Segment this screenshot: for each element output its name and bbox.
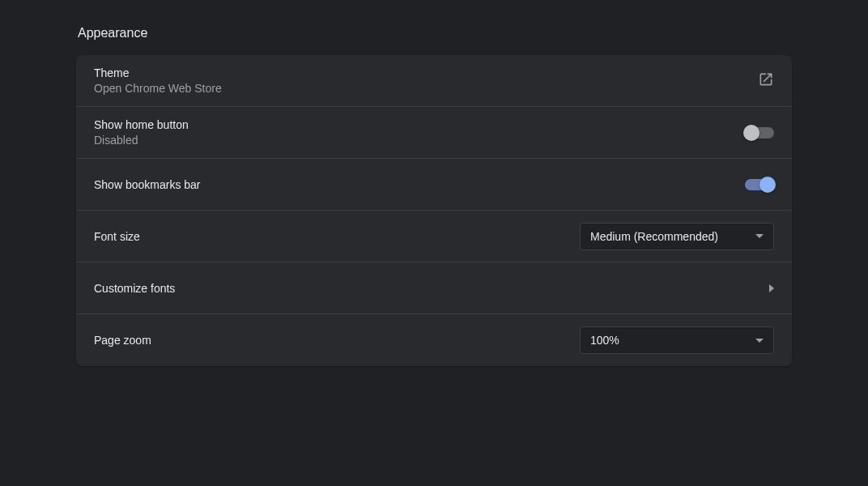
home-button-toggle[interactable] <box>745 127 774 139</box>
bookmarks-bar-row: Show bookmarks bar <box>76 159 792 211</box>
chevron-down-icon <box>755 234 764 238</box>
home-button-title: Show home button <box>94 118 189 131</box>
customize-fonts-row[interactable]: Customize fonts <box>76 262 792 314</box>
font-size-text: Font size <box>94 230 140 243</box>
font-size-title: Font size <box>94 230 140 243</box>
bookmarks-bar-title: Show bookmarks bar <box>94 178 201 191</box>
customize-fonts-title: Customize fonts <box>94 282 175 295</box>
theme-text: Theme Open Chrome Web Store <box>94 66 222 95</box>
chevron-right-icon <box>769 284 774 292</box>
theme-subtitle: Open Chrome Web Store <box>94 82 222 95</box>
page-zoom-title: Page zoom <box>94 334 151 347</box>
home-button-text: Show home button Disabled <box>94 118 189 147</box>
customize-fonts-text: Customize fonts <box>94 282 175 295</box>
external-link-icon <box>758 71 774 91</box>
page-zoom-select[interactable]: 100% <box>580 326 774 354</box>
page-zoom-value: 100% <box>590 334 619 347</box>
page-zoom-text: Page zoom <box>94 334 151 347</box>
page-zoom-row: Page zoom 100% <box>76 314 792 366</box>
theme-row[interactable]: Theme Open Chrome Web Store <box>76 55 792 107</box>
appearance-card: Theme Open Chrome Web Store Show home bu… <box>76 55 792 366</box>
bookmarks-bar-text: Show bookmarks bar <box>94 178 201 191</box>
font-size-value: Medium (Recommended) <box>590 230 718 243</box>
home-button-row: Show home button Disabled <box>76 107 792 159</box>
home-button-status: Disabled <box>94 134 189 147</box>
chevron-down-icon <box>755 339 764 343</box>
font-size-select[interactable]: Medium (Recommended) <box>580 223 774 250</box>
section-title: Appearance <box>76 26 792 40</box>
bookmarks-bar-toggle[interactable] <box>745 179 774 190</box>
font-size-row: Font size Medium (Recommended) <box>76 211 792 262</box>
theme-title: Theme <box>94 66 222 79</box>
